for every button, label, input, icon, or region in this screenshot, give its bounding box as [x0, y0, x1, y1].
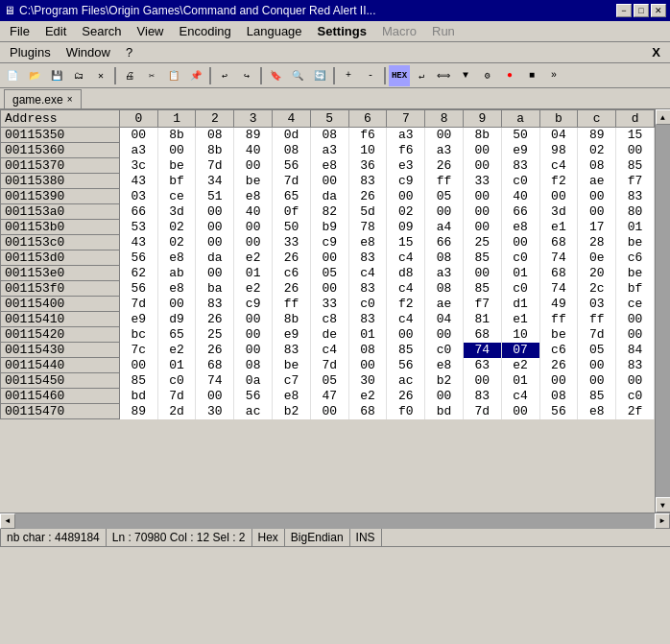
hex-cell[interactable]: 25: [196, 327, 234, 343]
hex-cell[interactable]: 01: [348, 327, 387, 343]
hex-cell[interactable]: 00: [196, 235, 234, 250]
hex-cell[interactable]: 7d: [119, 297, 157, 312]
tb-open[interactable]: 📂: [24, 65, 45, 86]
hex-cell[interactable]: e8: [234, 189, 273, 204]
hex-cell[interactable]: 10: [348, 143, 387, 158]
hex-cell[interactable]: bd: [425, 404, 464, 419]
hex-cell[interactable]: 05: [310, 373, 348, 389]
hex-cell[interactable]: e8: [157, 250, 196, 266]
tb-collapse[interactable]: ▼: [455, 65, 476, 86]
hex-cell[interactable]: a3: [425, 143, 464, 158]
table-row[interactable]: 001153d056e8dae2260083c40885c0740ec6: [1, 250, 655, 266]
hex-cell[interactable]: be: [616, 266, 655, 281]
hex-cell[interactable]: 2c: [578, 281, 616, 297]
table-row[interactable]: 00115350008b08890d08f6a3008b50048915: [1, 128, 655, 143]
hex-cell[interactable]: 00: [234, 327, 273, 343]
hex-cell[interactable]: c0: [501, 250, 539, 266]
menu-settings[interactable]: Settings: [310, 22, 374, 40]
hex-cell[interactable]: 00: [463, 204, 501, 220]
hex-cell[interactable]: 65: [273, 189, 311, 204]
tb-cut[interactable]: ✂: [141, 65, 162, 86]
hex-cell[interactable]: 08: [234, 358, 273, 373]
hex-cell[interactable]: c6: [616, 250, 655, 266]
hex-cell[interactable]: ff: [425, 174, 464, 189]
hex-cell[interactable]: 00: [234, 235, 273, 250]
hex-cell[interactable]: be: [616, 235, 655, 250]
hex-cell[interactable]: 8b: [273, 312, 311, 327]
scroll-right-button[interactable]: ►: [655, 513, 670, 529]
hex-cell[interactable]: ff: [539, 312, 578, 327]
hex-cell[interactable]: 7c: [119, 343, 157, 358]
hex-cell[interactable]: 26: [387, 389, 425, 404]
menu-window[interactable]: Window: [59, 43, 118, 61]
hex-cell[interactable]: 89: [119, 404, 157, 419]
hex-cell[interactable]: d8: [387, 266, 425, 281]
tab-close-button[interactable]: ×: [67, 94, 73, 105]
table-row[interactable]: 0011544000016808be7d0056e863e2260083: [1, 358, 655, 373]
hex-cell[interactable]: 08: [425, 281, 464, 297]
table-row[interactable]: 0011538043bf34be7d0083c9ff33c0f2aef7: [1, 174, 655, 189]
tb-hex-view[interactable]: HEX: [389, 65, 410, 86]
horizontal-scrollbar[interactable]: ◄ ►: [0, 513, 670, 528]
hex-cell[interactable]: f6: [387, 143, 425, 158]
hex-cell[interactable]: 74: [539, 250, 578, 266]
hex-cell[interactable]: 00: [119, 358, 157, 373]
hex-cell[interactable]: 40: [234, 204, 273, 220]
hex-cell[interactable]: f6: [348, 128, 387, 143]
menu-help[interactable]: ?: [118, 43, 140, 61]
menu-encoding[interactable]: Encoding: [172, 22, 239, 40]
hex-cell[interactable]: 08: [578, 158, 616, 174]
hex-cell[interactable]: 26: [273, 281, 311, 297]
hex-cell[interactable]: e2: [234, 281, 273, 297]
hex-cell[interactable]: f2: [387, 297, 425, 312]
vertical-scrollbar[interactable]: ▲ ▼: [655, 109, 670, 513]
tb-close[interactable]: ✕: [90, 65, 111, 86]
hex-cell[interactable]: b2: [273, 404, 311, 419]
hex-cell[interactable]: 05: [425, 189, 464, 204]
hex-cell[interactable]: 51: [196, 189, 234, 204]
table-row[interactable]: 001153b05302000050b97809a400e8e11701: [1, 220, 655, 235]
hex-cell[interactable]: e9: [273, 327, 311, 343]
hex-cell[interactable]: 00: [425, 128, 464, 143]
table-row[interactable]: 001153e062ab0001c605c4d8a300016820be: [1, 266, 655, 281]
hex-cell[interactable]: 26: [196, 343, 234, 358]
hex-cell[interactable]: ba: [196, 281, 234, 297]
maximize-button[interactable]: □: [634, 4, 649, 17]
hex-cell[interactable]: 50: [273, 220, 311, 235]
hex-cell[interactable]: 0e: [578, 250, 616, 266]
hex-cell[interactable]: 02: [157, 235, 196, 250]
hex-cell[interactable]: be: [539, 327, 578, 343]
hex-cell[interactable]: 17: [578, 220, 616, 235]
menu-file[interactable]: File: [2, 22, 37, 40]
hex-cell[interactable]: 03: [119, 189, 157, 204]
hex-cell[interactable]: 43: [119, 174, 157, 189]
hex-cell[interactable]: 83: [501, 158, 539, 174]
hex-cell[interactable]: c4: [387, 281, 425, 297]
tb-macro[interactable]: ⚙: [477, 65, 498, 86]
hex-cell[interactable]: f0: [387, 404, 425, 419]
hex-cell[interactable]: 01: [616, 220, 655, 235]
hex-cell[interactable]: 3c: [119, 158, 157, 174]
hex-cell[interactable]: bd: [119, 389, 157, 404]
tb-redo[interactable]: ↪: [236, 65, 257, 86]
hex-cell[interactable]: 89: [234, 128, 273, 143]
hex-cell[interactable]: 08: [539, 389, 578, 404]
hex-cell[interactable]: 00: [234, 220, 273, 235]
hex-cell[interactable]: 83: [348, 174, 387, 189]
hex-cell[interactable]: 00: [578, 373, 616, 389]
hex-cell[interactable]: 00: [616, 327, 655, 343]
hex-cell[interactable]: e8: [157, 281, 196, 297]
hex-cell[interactable]: ff: [578, 312, 616, 327]
tb-save[interactable]: 💾: [46, 65, 67, 86]
hex-cell[interactable]: be: [157, 158, 196, 174]
hex-cell[interactable]: 68: [539, 235, 578, 250]
hex-cell[interactable]: 00: [196, 204, 234, 220]
hex-cell[interactable]: 56: [539, 404, 578, 419]
hex-cell[interactable]: 78: [348, 220, 387, 235]
hex-cell[interactable]: 43: [119, 235, 157, 250]
hex-cell[interactable]: d9: [157, 312, 196, 327]
hex-cell[interactable]: 81: [463, 312, 501, 327]
h-scroll-track[interactable]: [15, 513, 655, 529]
hex-cell[interactable]: c0: [157, 373, 196, 389]
scroll-down-button[interactable]: ▼: [656, 497, 671, 513]
